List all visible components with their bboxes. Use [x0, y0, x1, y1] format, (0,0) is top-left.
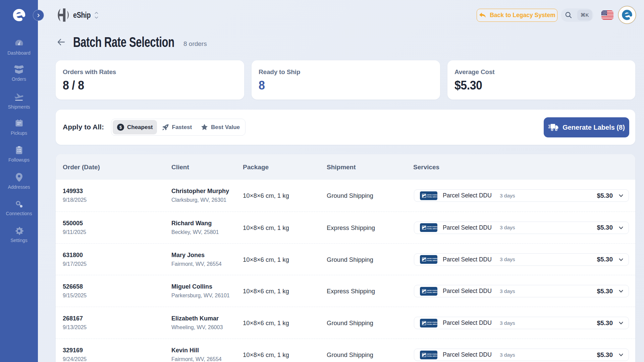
- svg-text:$: $: [119, 125, 122, 130]
- svg-text:POSTAL SERVICE ®: POSTAL SERVICE ®: [427, 323, 438, 325]
- svg-text:POSTAL SERVICE ®: POSTAL SERVICE ®: [427, 355, 438, 357]
- svg-text:UNITED STATES: UNITED STATES: [427, 353, 438, 355]
- svg-text:UNITED STATES: UNITED STATES: [427, 226, 438, 228]
- svg-text:POSTAL SERVICE ®: POSTAL SERVICE ®: [427, 260, 438, 261]
- svg-text:POSTAL SERVICE ®: POSTAL SERVICE ®: [427, 228, 438, 230]
- svg-text:UNITED STATES: UNITED STATES: [427, 290, 438, 291]
- svg-text:UNITED STATES: UNITED STATES: [427, 258, 438, 259]
- svg-text:UNITED STATES: UNITED STATES: [427, 194, 438, 195]
- svg-text:POSTAL SERVICE ®: POSTAL SERVICE ®: [427, 196, 438, 197]
- svg-text:UNITED STATES: UNITED STATES: [427, 321, 438, 323]
- svg-text:POSTAL SERVICE ®: POSTAL SERVICE ®: [427, 292, 438, 293]
